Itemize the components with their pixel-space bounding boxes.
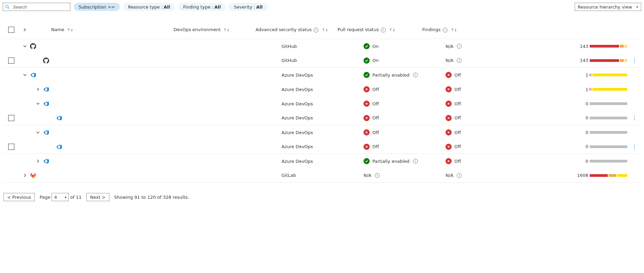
table-row[interactable]: Azure DevOpsOffOff0⋮ bbox=[3, 140, 641, 154]
view-dropdown-label: Resource hierarchy view bbox=[578, 4, 632, 10]
table-row[interactable]: Azure DevOpsPartially enablediOff0 bbox=[3, 154, 641, 168]
page-select[interactable]: 4 ▾ bbox=[52, 193, 69, 201]
info-icon[interactable]: i bbox=[457, 58, 462, 63]
findings-bar bbox=[590, 160, 627, 162]
findings-bar bbox=[590, 59, 627, 62]
filter-severity[interactable]: Severity : All bbox=[229, 3, 267, 11]
info-icon[interactable]: i bbox=[413, 73, 418, 77]
table-row[interactable]: Azure DevOpsOffOff0⋮ bbox=[3, 111, 641, 125]
pr-status: N/Ai bbox=[446, 173, 530, 178]
expander-right[interactable] bbox=[35, 158, 41, 164]
cross-icon bbox=[364, 115, 370, 121]
status-text: Off bbox=[372, 130, 379, 135]
status-text: Off bbox=[372, 144, 379, 149]
findings-bar bbox=[590, 174, 627, 177]
status-text: Partially enabled bbox=[372, 159, 410, 164]
view-dropdown[interactable]: Resource hierarchy view ▾ bbox=[575, 3, 641, 11]
prev-button[interactable]: < Previous bbox=[3, 193, 35, 201]
row-checkbox[interactable] bbox=[8, 115, 14, 121]
col-adv[interactable]: Advanced security status i ↑↓ bbox=[256, 27, 338, 32]
filter-finding-type[interactable]: Finding type : All bbox=[178, 3, 225, 11]
table-row[interactable]: GitHubOnN/Ai143 bbox=[3, 39, 641, 53]
info-icon[interactable]: i bbox=[314, 28, 318, 32]
expander-right[interactable] bbox=[22, 173, 28, 178]
adv-status: Off bbox=[364, 115, 446, 121]
search-input[interactable] bbox=[3, 3, 70, 11]
findings-bar bbox=[590, 102, 627, 105]
page-indicator: Page 4 ▾ of 11 bbox=[40, 193, 82, 201]
status-text: On bbox=[372, 44, 379, 49]
info-icon[interactable]: i bbox=[457, 173, 462, 178]
filter-resource-type[interactable]: Resource type : All bbox=[123, 3, 175, 11]
col-label: Pull request status bbox=[338, 27, 379, 32]
env-cell: Azure DevOps bbox=[282, 115, 364, 120]
col-findings[interactable]: Findings i ↑↓ bbox=[422, 27, 480, 32]
status-text: Off bbox=[454, 87, 461, 92]
pagination: < Previous Page 4 ▾ of 11 Next > Showing… bbox=[0, 183, 644, 206]
expander-down[interactable] bbox=[22, 72, 28, 78]
row-more-button[interactable]: ⋮ bbox=[632, 144, 637, 150]
next-button[interactable]: Next > bbox=[86, 193, 109, 201]
cross-icon bbox=[364, 129, 370, 135]
info-icon[interactable]: i bbox=[413, 159, 418, 164]
info-icon[interactable]: i bbox=[375, 173, 380, 178]
page-label: Page bbox=[40, 195, 50, 200]
azdevops-icon bbox=[56, 115, 62, 121]
info-icon[interactable]: i bbox=[443, 28, 448, 32]
pr-status: Off bbox=[446, 144, 530, 150]
search-field[interactable] bbox=[12, 4, 68, 10]
adv-status: Partially enabledi bbox=[364, 158, 446, 164]
row-checkbox[interactable] bbox=[8, 144, 14, 150]
table-row[interactable]: Azure DevOpsOffOff1 bbox=[3, 82, 641, 96]
check-icon bbox=[364, 57, 370, 64]
table-row[interactable]: Azure DevOpsPartially enablediOff1 bbox=[3, 68, 641, 82]
chevron-down-icon: ▾ bbox=[636, 5, 638, 9]
filter-subscription[interactable]: Subscription == bbox=[74, 3, 120, 11]
row-checkbox[interactable] bbox=[8, 57, 14, 64]
github-icon bbox=[30, 43, 36, 49]
filter-value: All bbox=[214, 4, 221, 10]
col-name[interactable]: Name ↑↓ bbox=[30, 27, 174, 32]
cross-icon bbox=[446, 115, 452, 121]
col-env[interactable]: DevOps environment ↑↓ bbox=[174, 27, 256, 32]
table-row[interactable]: GitHubOnN/Ai143⋮ bbox=[3, 53, 641, 68]
azdevops-icon bbox=[43, 158, 49, 164]
pr-status: Off bbox=[446, 86, 530, 92]
findings-count: 0 bbox=[530, 144, 588, 149]
expander-down[interactable] bbox=[35, 101, 41, 106]
results-table: Name ↑↓ DevOps environment ↑↓ Advanced s… bbox=[0, 21, 644, 183]
expander-down[interactable] bbox=[22, 43, 28, 49]
expander-down[interactable] bbox=[35, 130, 41, 135]
cross-icon bbox=[446, 144, 452, 150]
select-all-checkbox[interactable] bbox=[8, 27, 14, 33]
row-more-button[interactable]: ⋮ bbox=[632, 115, 637, 121]
findings-count: 1608 bbox=[530, 173, 588, 178]
svg-line-1 bbox=[8, 8, 9, 9]
cross-icon bbox=[446, 72, 452, 78]
pr-status: Off bbox=[446, 129, 530, 135]
status-text: N/A bbox=[446, 44, 453, 49]
cross-icon bbox=[446, 101, 452, 107]
table-row[interactable]: Azure DevOpsOffOff0 bbox=[3, 125, 641, 140]
info-icon[interactable]: i bbox=[381, 28, 386, 32]
row-more-button[interactable]: ⋮ bbox=[632, 58, 637, 63]
check-icon bbox=[364, 43, 370, 49]
next-label: Next > bbox=[90, 195, 106, 200]
col-pr[interactable]: Pull request status i ↑↓ bbox=[338, 27, 422, 32]
expand-all[interactable] bbox=[22, 27, 28, 32]
info-icon[interactable]: i bbox=[457, 44, 462, 49]
env-cell: Azure DevOps bbox=[282, 101, 364, 106]
filter-label: Resource type : bbox=[128, 4, 163, 10]
status-text: Off bbox=[372, 87, 379, 92]
filter-value: All bbox=[164, 4, 170, 10]
azdevops-icon bbox=[43, 129, 49, 135]
adv-status: Off bbox=[364, 129, 446, 135]
findings-count: 0 bbox=[530, 130, 588, 135]
expander-right[interactable] bbox=[35, 87, 41, 92]
env-cell: GitLab bbox=[282, 173, 364, 178]
table-row[interactable]: Azure DevOpsOffOff0 bbox=[3, 96, 641, 111]
table-row[interactable]: GitLabN/AiN/Ai1608 bbox=[3, 168, 641, 183]
pr-status: Off bbox=[446, 72, 530, 78]
findings-bar bbox=[590, 45, 627, 48]
sort-icon: ↑↓ bbox=[223, 28, 230, 32]
